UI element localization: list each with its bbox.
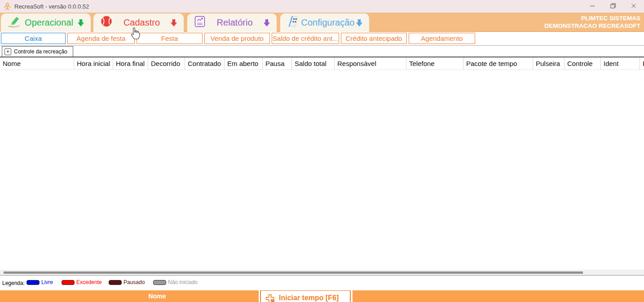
column-header-label: Ident — [604, 60, 618, 67]
arrow-down-icon — [356, 19, 363, 27]
column-header[interactable]: Em aberto — [225, 57, 263, 70]
company-info: PLIMTEC SISTEMAS DEMONSTRACAO RECREASOFT — [544, 14, 640, 30]
column-header[interactable]: Saldo total — [292, 57, 335, 70]
doc-tab-controle-da-recreacao[interactable]: × Controle da recreação — [2, 46, 73, 57]
module-tab[interactable]: Agendamento — [409, 33, 475, 44]
legend-item: Não iniciado — [153, 279, 198, 285]
column-header[interactable]: Decorrido — [148, 57, 185, 70]
column-header[interactable]: Telefone — [406, 57, 463, 70]
module-tab-row: CaixaAgenda de festaFestaVenda de produt… — [0, 32, 644, 46]
menu-bar: Operacional Cadastro Rel — [0, 13, 644, 32]
module-tab[interactable]: Festa — [137, 33, 203, 44]
column-header-label: Pacote de tempo — [466, 60, 517, 67]
ball-icon — [100, 15, 113, 31]
menu-configuracao-button[interactable]: Configuração — [280, 13, 369, 32]
bottom-group-header-right — [353, 290, 644, 302]
module-tab[interactable]: Agenda de festa — [67, 33, 135, 44]
scrollbar-thumb[interactable] — [4, 271, 583, 274]
column-header[interactable]: Pulseira — [533, 57, 565, 70]
column-header-label: Contratado — [188, 60, 221, 67]
gingerbread-man-icon — [4, 3, 11, 10]
legend-item: Livre — [26, 279, 53, 285]
column-header[interactable]: P — [640, 57, 644, 70]
legend-item-label: Pausado — [124, 279, 145, 285]
legend-color-swatch — [109, 280, 122, 285]
legend-item-label: Excedente — [76, 279, 102, 285]
column-header-label: Controle — [567, 60, 593, 67]
module-tab[interactable]: Saldo de crédito ant... — [272, 33, 339, 44]
module-tab[interactable]: Crédito antecipado — [341, 33, 407, 44]
column-header[interactable]: Responsável — [335, 57, 406, 70]
menu-cadastro-button[interactable]: Cadastro — [93, 13, 184, 32]
arrow-down-icon — [263, 19, 270, 27]
legend-title: Legenda: — [2, 280, 25, 286]
legend-item: Excedente — [62, 279, 102, 285]
doc-tab-close-button[interactable]: × — [4, 48, 11, 55]
company-name: PLIMTEC SISTEMAS — [544, 14, 640, 22]
restore-icon — [610, 3, 616, 10]
menu-configuracao-label: Configuração — [301, 18, 355, 28]
column-header-label: Nome — [3, 60, 21, 67]
column-header[interactable]: Contratado — [185, 57, 225, 70]
column-header-label: Hora final — [116, 60, 145, 67]
license-name: DEMONSTRACAO RECREASOFT — [544, 22, 640, 30]
menu-cadastro-label: Cadastro — [124, 18, 160, 28]
column-header[interactable]: Nome — [0, 57, 74, 70]
chart-icon — [194, 15, 206, 30]
menu-relatorio-label: Relatório — [216, 18, 252, 28]
arrow-down-icon — [77, 19, 84, 27]
add-time-icon — [265, 294, 275, 302]
menu-operacional-button[interactable]: Operacional — [1, 13, 91, 32]
legend-item: Pausado — [109, 279, 145, 285]
minimize-icon — [590, 3, 595, 10]
restore-button[interactable] — [603, 0, 623, 13]
iniciar-tempo-button[interactable]: Iniciar tempo [F6] — [260, 290, 351, 302]
menu-relatorio-button[interactable]: Relatório — [187, 13, 277, 32]
close-icon: × — [7, 50, 9, 54]
column-header[interactable]: Controle — [565, 57, 601, 70]
menu-operacional-label: Operacional — [25, 18, 73, 28]
legend-color-swatch — [153, 280, 166, 285]
highlighter-icon — [7, 15, 21, 31]
column-header[interactable]: Pausa — [263, 57, 292, 70]
document-tab-strip: × Controle da recreação — [0, 46, 644, 57]
legend: Legenda: Livre Excedente Pausado Não ini… — [0, 276, 644, 290]
legend-item-label: Livre — [41, 279, 53, 285]
grid-body-empty — [0, 70, 644, 270]
window-controls — [582, 0, 644, 13]
domino-icon — [287, 15, 300, 31]
column-header[interactable]: Pacote de tempo — [463, 57, 533, 70]
bottom-panel: Nome Iniciar tempo [F6] — [0, 290, 644, 302]
column-header-label: Hora inicial — [77, 60, 110, 67]
column-header[interactable]: Ident — [601, 57, 640, 70]
column-header-label: Saldo total — [295, 60, 326, 67]
column-header-label: Decorrido — [151, 60, 180, 67]
module-tab[interactable]: Caixa — [1, 33, 66, 44]
legend-color-swatch — [62, 280, 75, 285]
column-header[interactable]: Hora inicial — [74, 57, 113, 70]
window-title: RecreaSoft - versão 0.0.0.52 — [14, 3, 89, 10]
column-header[interactable]: Hora final — [113, 57, 148, 70]
doc-tab-label: Controle da recreação — [14, 48, 67, 55]
legend-color-swatch — [26, 280, 40, 285]
column-header-label: Responsável — [337, 60, 376, 67]
module-tab[interactable]: Venda de produto — [204, 33, 270, 44]
minimize-button[interactable] — [582, 0, 603, 13]
iniciar-tempo-label: Iniciar tempo [F6] — [279, 294, 339, 302]
grid-column-headers: Nome Hora inicial Hora final Decorrido C… — [0, 57, 644, 70]
close-icon — [631, 3, 636, 10]
close-button[interactable] — [623, 0, 644, 13]
arrow-down-icon — [170, 19, 177, 27]
legend-item-label: Não iniciado — [168, 279, 198, 285]
column-header-label: Em aberto — [227, 60, 258, 67]
column-header-label: Pausa — [265, 60, 285, 67]
column-header-label: Pulseira — [536, 60, 560, 67]
horizontal-scrollbar[interactable] — [0, 270, 644, 276]
column-header-label: Telefone — [409, 60, 435, 67]
titlebar: RecreaSoft - versão 0.0.0.52 — [0, 0, 644, 13]
